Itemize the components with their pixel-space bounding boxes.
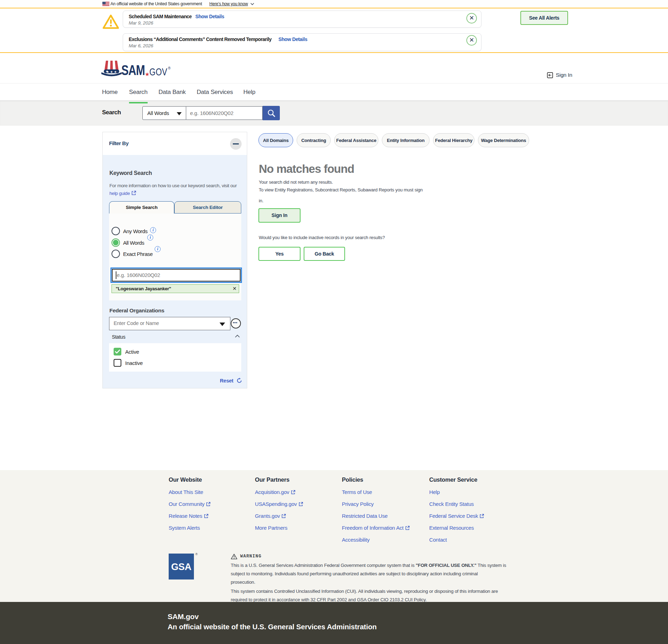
svg-text:★: ★ (110, 70, 113, 74)
svg-text:★: ★ (114, 70, 117, 74)
svg-text:★: ★ (106, 70, 109, 74)
